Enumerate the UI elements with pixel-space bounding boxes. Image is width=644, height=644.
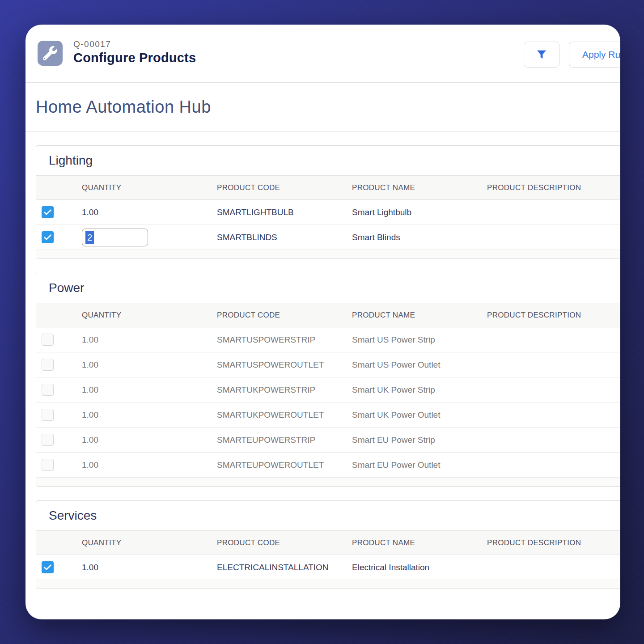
table-header: QUANTITY PRODUCT CODE PRODUCT NAME PRODU… <box>36 176 620 200</box>
product-code-cell: SMARTEUPOWEROUTLET <box>217 460 352 470</box>
row-checkbox-unchecked[interactable] <box>42 434 54 446</box>
quantity-cell: 1.00 <box>82 208 217 217</box>
quote-number: Q-00017 <box>73 39 196 49</box>
column-header-product-name: PRODUCT NAME <box>352 311 487 320</box>
product-code-cell: SMARTLIGHTBULB <box>217 208 352 217</box>
quantity-cell: 1.00 <box>82 460 217 470</box>
table-footer-strip <box>36 250 620 258</box>
product-header: Home Automation Hub <box>25 83 620 132</box>
product-name-cell: Smart US Power Outlet <box>352 360 487 370</box>
column-header-product-name: PRODUCT NAME <box>352 538 487 547</box>
table-row: 2 SMARTBLINDS Smart Blinds <box>36 225 620 250</box>
product-code-cell: SMARTUKPOWERSTRIP <box>217 385 352 395</box>
table-row: 1.00 SMARTEUPOWERSTRIP Smart EU Power St… <box>36 428 620 453</box>
dialog-title: Configure Products <box>73 51 196 65</box>
column-header-product-description: PRODUCT DESCRIPTION <box>487 538 620 547</box>
table-footer-strip <box>36 478 620 486</box>
table-row: 1.00 SMARTUKPOWERSTRIP Smart UK Power St… <box>36 377 620 402</box>
column-header-product-code: PRODUCT CODE <box>217 311 352 320</box>
product-code-cell: SMARTUSPOWEROUTLET <box>217 360 352 370</box>
quantity-cell: 1.00 <box>82 335 217 345</box>
quantity-cell: 1.00 <box>82 385 217 395</box>
column-header-quantity: QUANTITY <box>82 538 217 547</box>
row-checkbox-unchecked[interactable] <box>42 459 54 471</box>
section-title: Power <box>36 273 620 303</box>
sections-container: Lighting QUANTITY PRODUCT CODE PRODUCT N… <box>25 132 620 589</box>
section-title: Services <box>36 501 620 531</box>
quantity-cell: 1.00 <box>82 435 217 445</box>
header-titles: Q-00017 Configure Products <box>73 39 196 65</box>
product-title: Home Automation Hub <box>36 97 211 117</box>
funnel-icon <box>536 49 547 60</box>
row-checkbox-checked[interactable] <box>42 561 54 573</box>
product-name-cell: Smart EU Power Strip <box>352 435 487 445</box>
quantity-input[interactable]: 2 <box>82 229 148 246</box>
wrench-icon <box>38 41 63 66</box>
column-header-product-code: PRODUCT CODE <box>217 538 352 547</box>
table-row: 1.00 SMARTUKPOWEROUTLET Smart UK Power O… <box>36 402 620 428</box>
quantity-input-selected-text: 2 <box>85 231 94 244</box>
table-header: QUANTITY PRODUCT CODE PRODUCT NAME PRODU… <box>36 303 620 327</box>
table-row: 1.00 ELECTRICALINSTALLATION Electrical I… <box>36 555 620 580</box>
quantity-cell: 1.00 <box>82 360 217 370</box>
product-code-cell: SMARTBLINDS <box>217 233 352 242</box>
quantity-cell: 1.00 <box>82 410 217 420</box>
table-row: 1.00 SMARTEUPOWEROUTLET Smart EU Power O… <box>36 453 620 478</box>
section-services: Services QUANTITY PRODUCT CODE PRODUCT N… <box>36 500 620 589</box>
row-checkbox-checked[interactable] <box>42 231 54 243</box>
product-name-cell: Smart Blinds <box>352 233 487 242</box>
table-footer-strip <box>36 580 620 589</box>
product-name-cell: Smart EU Power Outlet <box>352 460 487 470</box>
product-code-cell: SMARTUKPOWEROUTLET <box>217 410 352 420</box>
column-header-product-code: PRODUCT CODE <box>217 183 352 192</box>
quantity-cell: 1.00 <box>82 563 217 572</box>
product-name-cell: Smart US Power Strip <box>352 335 487 345</box>
column-header-quantity: QUANTITY <box>82 183 217 192</box>
configure-products-dialog: Q-00017 Configure Products Apply Ru Home… <box>25 25 620 619</box>
product-name-cell: Smart UK Power Outlet <box>352 410 487 420</box>
column-header-quantity: QUANTITY <box>82 311 217 320</box>
section-title: Lighting <box>36 146 620 176</box>
apply-rules-button[interactable]: Apply Ru <box>569 42 620 68</box>
dialog-header: Q-00017 Configure Products Apply Ru <box>25 25 620 83</box>
table-row: 1.00 SMARTUSPOWEROUTLET Smart US Power O… <box>36 352 620 377</box>
table-header: QUANTITY PRODUCT CODE PRODUCT NAME PRODU… <box>36 531 620 555</box>
product-name-cell: Electrical Installation <box>352 563 487 572</box>
product-name-cell: Smart UK Power Strip <box>352 385 487 395</box>
column-header-product-name: PRODUCT NAME <box>352 183 487 192</box>
table-row: 1.00 SMARTUSPOWERSTRIP Smart US Power St… <box>36 327 620 352</box>
row-checkbox-unchecked[interactable] <box>42 359 54 371</box>
row-checkbox-unchecked[interactable] <box>42 409 54 421</box>
product-code-cell: SMARTUSPOWERSTRIP <box>217 335 352 345</box>
section-power: Power QUANTITY PRODUCT CODE PRODUCT NAME… <box>36 273 620 487</box>
filter-button[interactable] <box>524 42 559 68</box>
row-checkbox-unchecked[interactable] <box>42 334 54 346</box>
product-code-cell: ELECTRICALINSTALLATION <box>217 563 352 572</box>
section-lighting: Lighting QUANTITY PRODUCT CODE PRODUCT N… <box>36 145 620 259</box>
column-header-product-description: PRODUCT DESCRIPTION <box>487 311 620 320</box>
row-checkbox-unchecked[interactable] <box>42 384 54 396</box>
column-header-product-description: PRODUCT DESCRIPTION <box>487 183 620 192</box>
product-name-cell: Smart Lightbulb <box>352 208 487 217</box>
table-row: 1.00 SMARTLIGHTBULB Smart Lightbulb <box>36 200 620 225</box>
row-checkbox-checked[interactable] <box>42 206 54 218</box>
product-code-cell: SMARTEUPOWERSTRIP <box>217 435 352 445</box>
